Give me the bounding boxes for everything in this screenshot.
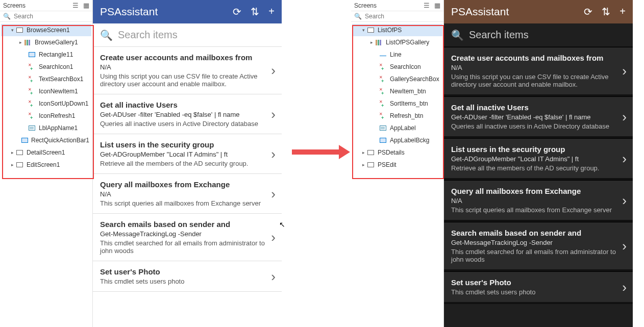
item-title: Get all inactive Users: [100, 100, 275, 109]
control-icon: [28, 100, 36, 107]
screen-icon: [15, 27, 23, 34]
list-item[interactable]: Get all inactive UsersGet-ADUser -filter…: [444, 96, 633, 138]
tree-panel-right: Screens ☰ ▦ 🔍 ▾ListOfPS▸ListOfPSGalleryL…: [351, 0, 444, 327]
add-icon[interactable]: +: [620, 6, 626, 18]
tree-item[interactable]: GallerySearchBox: [352, 73, 442, 85]
tree-search-input[interactable]: [365, 13, 440, 20]
item-title: List users in the security group: [451, 145, 626, 154]
list-item[interactable]: Query all mailboxes from ExchangeN/AThis…: [444, 180, 633, 222]
add-icon[interactable]: +: [268, 6, 275, 18]
gallery-icon: [23, 39, 32, 46]
tree-item-label: SearchIcon: [390, 63, 421, 70]
app-search[interactable]: 🔍 Search items: [93, 23, 282, 47]
control-icon: [28, 64, 36, 70]
tree-item[interactable]: ▸BrowseGallery1: [1, 36, 91, 48]
label-icon: [28, 125, 36, 132]
grid-view-icon[interactable]: ▦: [83, 2, 89, 9]
tree-item-label: ListOfPS: [378, 27, 402, 34]
list-item[interactable]: Set user's PhotoThis cmdlet sets users p…: [444, 271, 633, 304]
item-title: List users in the security group: [100, 140, 275, 149]
tree-search-input[interactable]: [14, 13, 89, 20]
refresh-icon[interactable]: ⟳: [233, 6, 241, 18]
list-item[interactable]: List users in the security groupGet-ADGr…: [444, 138, 633, 180]
tree-item[interactable]: Refresh_btn: [352, 110, 442, 122]
item-title: Set user's Photo: [100, 267, 275, 276]
list-item[interactable]: Search emails based on sender andGet-Mes…: [93, 214, 282, 261]
rectangle-icon: [21, 137, 28, 144]
item-description: Retrieve all the members of the AD secur…: [451, 164, 626, 172]
list-item[interactable]: Set user's PhotoThis cmdlet sets users p…: [93, 261, 282, 292]
tree-item[interactable]: ▸ListOfPSGallery: [352, 36, 442, 48]
chevron-right-icon: ›: [271, 63, 276, 79]
control-icon: [379, 64, 387, 70]
tree-header-icons: ☰ ▦: [420, 2, 440, 9]
header-buttons: ⟳ ⇅ +: [584, 6, 626, 18]
chevron-right-icon: ›: [271, 230, 276, 245]
tree-list: ▾ListOfPS▸ListOfPSGalleryLineSearchIconG…: [351, 22, 443, 173]
expand-arrow-icon[interactable]: ▸: [360, 150, 366, 155]
tree-item[interactable]: LblAppName1: [1, 122, 91, 134]
list-item[interactable]: Create user accounts and mailboxes fromN…: [444, 47, 633, 96]
list-item[interactable]: Get all inactive UsersGet-ADUser -filter…: [93, 94, 282, 134]
expand-arrow-icon[interactable]: ▸: [9, 150, 15, 155]
tree-item[interactable]: NewItem_btn: [352, 85, 442, 97]
expand-arrow-icon[interactable]: ▸: [360, 162, 366, 167]
tree-item-label: BrowseScreen1: [27, 27, 70, 34]
tree-item[interactable]: Rectangle11: [1, 48, 91, 61]
tree-item[interactable]: ▸PSEdit: [352, 159, 442, 171]
app-title: PSAssistant: [100, 6, 158, 18]
app-preview-light: PSAssistant ⟳ ⇅ + 🔍 Search items Create …: [93, 0, 282, 327]
tree-item-label: LblAppName1: [39, 124, 78, 132]
item-subtitle: Get-ADGroupMember "Local IT Admins" | ft: [451, 155, 626, 163]
expand-arrow-icon[interactable]: ▸: [368, 40, 375, 45]
list-item[interactable]: Create user accounts and mailboxes fromN…: [93, 47, 282, 94]
tree-item[interactable]: ▸DetailScreen1: [1, 146, 91, 159]
list-item[interactable]: Query all mailboxes from ExchangeN/AThis…: [93, 174, 282, 214]
item-subtitle: N/A: [451, 64, 626, 71]
expand-arrow-icon[interactable]: ▾: [9, 28, 15, 33]
tree-item[interactable]: RectQuickActionBar1: [1, 134, 91, 146]
chevron-right-icon: ›: [622, 279, 627, 295]
list-view-icon[interactable]: ☰: [72, 2, 79, 9]
sort-icon[interactable]: ⇅: [602, 6, 610, 18]
tree-item[interactable]: AppLabel: [352, 122, 442, 134]
expand-arrow-icon[interactable]: ▸: [17, 40, 23, 45]
tree-item[interactable]: SortItems_btn: [352, 97, 442, 110]
expand-arrow-icon[interactable]: ▸: [9, 162, 15, 167]
tree-item-label: TextSearchBox1: [39, 76, 83, 83]
app-preview-dark: PSAssistant ⟳ ⇅ + 🔍 Search items Create …: [444, 0, 633, 327]
control-icon: [379, 113, 387, 119]
item-description: Queries all inactive users in Active Dir…: [100, 120, 275, 128]
grid-view-icon[interactable]: ▦: [434, 2, 440, 9]
app-list: Create user accounts and mailboxes fromN…: [93, 47, 282, 327]
tree-search[interactable]: 🔍: [351, 11, 443, 22]
header-buttons: ⟳ ⇅ +: [233, 6, 275, 18]
list-item[interactable]: List users in the security groupGet-ADGr…: [93, 134, 282, 174]
tree-item[interactable]: Line: [352, 48, 442, 61]
tree-search[interactable]: 🔍: [0, 11, 92, 22]
tree-item[interactable]: ▾ListOfPS: [352, 24, 442, 36]
tree-item-label: SortItems_btn: [390, 100, 428, 107]
list-view-icon[interactable]: ☰: [424, 2, 430, 9]
tree-item[interactable]: TextSearchBox1: [1, 73, 91, 85]
tree-item[interactable]: IconRefresh1: [1, 110, 91, 122]
tree-panel-left: Screens ☰ ▦ 🔍 ▾BrowseScreen1▸BrowseGalle…: [0, 0, 93, 327]
tree-item-label: BrowseGallery1: [35, 39, 78, 46]
refresh-icon[interactable]: ⟳: [584, 6, 592, 18]
item-subtitle: Get-ADUser -filter 'Enabled -eq $false' …: [100, 111, 275, 118]
list-item[interactable]: Search emails based on sender andGet-Mes…: [444, 222, 633, 271]
tree-item[interactable]: ▸PSDetails: [352, 146, 442, 159]
tree-header-icons: ☰ ▦: [69, 2, 89, 9]
item-subtitle: Get-MessageTrackingLog -Sender: [451, 239, 626, 246]
expand-arrow-icon[interactable]: ▾: [360, 28, 366, 33]
tree-item-label: IconSortUpDown1: [39, 100, 88, 107]
tree-item[interactable]: SearchIcon: [352, 61, 442, 73]
tree-item[interactable]: IconSortUpDown1: [1, 97, 91, 110]
tree-item[interactable]: AppLabelBckg: [352, 134, 442, 146]
tree-item[interactable]: ▸EditScreen1: [1, 159, 91, 171]
tree-item[interactable]: SearchIcon1: [1, 61, 91, 73]
tree-item[interactable]: IconNewItem1: [1, 85, 91, 97]
tree-item[interactable]: ▾BrowseScreen1: [1, 24, 91, 36]
sort-icon[interactable]: ⇅: [251, 6, 259, 18]
app-search[interactable]: 🔍 Search items: [444, 23, 633, 47]
